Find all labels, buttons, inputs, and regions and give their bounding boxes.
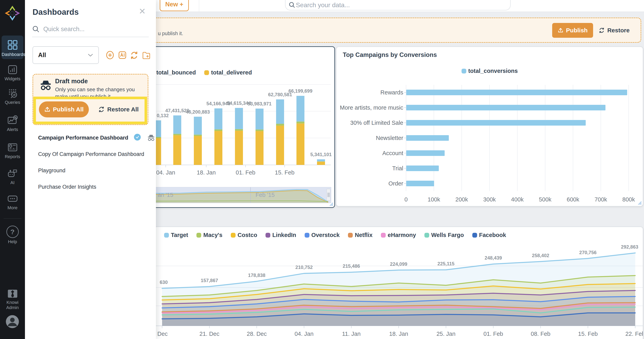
- legend-item-overstock[interactable]: Overstock: [305, 232, 340, 238]
- topbar-divider: [199, 0, 199, 12]
- alerts-icon: [7, 115, 18, 126]
- widget-resize-handle[interactable]: [329, 202, 333, 206]
- chart3-legend: TargetMacy'sCostcoLinkedInOverstockNetfl…: [164, 232, 514, 238]
- legend-label: eHarmony: [388, 232, 416, 238]
- sidebar-item-knowi-admin[interactable]: Knowi Admin: [2, 289, 23, 310]
- knowi-logo[interactable]: [5, 5, 20, 21]
- navigator-label-left: an '15: [158, 192, 173, 198]
- legend-item-wells-fargo[interactable]: Wells Fargo: [424, 232, 464, 238]
- add-dashboard-icon[interactable]: [105, 50, 115, 60]
- global-search-input[interactable]: [296, 1, 476, 9]
- sidebar-item-ai[interactable]: AI: [2, 168, 23, 185]
- sidebar-label: Admin: [2, 305, 23, 310]
- svg-text:0,132: 0,132: [157, 113, 169, 118]
- sidebar: Dashboards Widgets Queries: [0, 0, 25, 339]
- svg-text:04. Jan: 04. Jan: [294, 330, 314, 337]
- quick-search-input[interactable]: [43, 25, 140, 33]
- quick-search[interactable]: [32, 24, 149, 34]
- refresh-icon[interactable]: [130, 51, 139, 60]
- sidebar-item-alerts[interactable]: Alerts: [2, 115, 23, 132]
- widget-resize-handle[interactable]: [638, 201, 642, 205]
- publish-button[interactable]: Publish: [552, 23, 593, 38]
- svg-text:66,199,699: 66,199,699: [288, 88, 312, 94]
- dashboard-item-copy[interactable]: Copy Of Campaign Performance Dashboard: [38, 148, 150, 160]
- svg-text:200k: 200k: [455, 196, 468, 203]
- svg-text:Newsletter: Newsletter: [376, 135, 403, 141]
- legend-item-eharmony[interactable]: eHarmony: [381, 232, 416, 238]
- legend-item-costco[interactable]: Costco: [231, 232, 257, 238]
- svg-text:800k: 800k: [622, 196, 635, 203]
- global-search[interactable]: [285, 0, 511, 10]
- avatar[interactable]: [6, 315, 19, 328]
- sidebar-item-dashboards[interactable]: Dashboards: [2, 36, 23, 59]
- restore-all-button[interactable]: Restore All: [94, 102, 142, 118]
- draft-mode-title: Draft mode: [55, 78, 88, 85]
- legend-item-facebook[interactable]: Facebook: [472, 232, 506, 238]
- sidebar-item-queries[interactable]: Queries: [2, 88, 23, 105]
- sidebar-label: Reports: [2, 154, 23, 159]
- svg-text:22. Feb: 22. Feb: [626, 330, 643, 337]
- new-button[interactable]: New +: [160, 0, 189, 11]
- svg-text:21. Dec: 21. Dec: [200, 330, 220, 337]
- dashboard-filter-select[interactable]: All: [32, 46, 99, 64]
- svg-text:157,867: 157,867: [201, 278, 218, 283]
- legend-dot: [266, 233, 270, 238]
- sidebar-item-more[interactable]: More: [2, 193, 23, 210]
- svg-text:224,099: 224,099: [390, 261, 408, 267]
- dashboard-item-campaign-performance[interactable]: Campaign Performance Dashboard: [38, 132, 150, 143]
- legend-item-linkedin[interactable]: LinkedIn: [266, 232, 296, 238]
- widgets-icon: [7, 64, 18, 75]
- svg-text:More artists, more music: More artists, more music: [340, 104, 403, 111]
- search-underline: [32, 37, 149, 37]
- queries-icon: [7, 88, 18, 99]
- restore-icon: [98, 106, 105, 113]
- dashboard-item-playground[interactable]: Playground: [38, 165, 150, 176]
- svg-text:600k: 600k: [567, 196, 579, 203]
- horizontal-bar-chart: 0100k200k300k400k500k600k700k800kRewards…: [336, 47, 643, 206]
- ai-icon: [7, 168, 18, 179]
- legend-dot: [164, 233, 169, 238]
- upload-icon: [558, 27, 564, 33]
- svg-text:01. Feb: 01. Feb: [236, 169, 255, 176]
- svg-text:15. Feb: 15. Feb: [275, 169, 294, 176]
- admin-tie-icon: [8, 289, 18, 298]
- sidebar-item-reports[interactable]: Reports: [2, 142, 23, 159]
- legend-label: Macy's: [203, 232, 222, 238]
- search-icon: [32, 25, 40, 33]
- svg-text:210,752: 210,752: [296, 264, 313, 270]
- new-button-label: New +: [165, 1, 183, 8]
- legend-item-macy-s[interactable]: Macy's: [196, 232, 222, 238]
- chevron-down-icon: [88, 54, 93, 57]
- dashboard-item-purchase-order[interactable]: Purchase Order Insights: [38, 181, 150, 192]
- close-icon[interactable]: ✕: [139, 6, 146, 16]
- reports-icon: [7, 142, 18, 153]
- ai-rename-icon[interactable]: [118, 51, 127, 60]
- selected-check-icon: [134, 134, 141, 140]
- publish-all-button[interactable]: Publish All: [39, 102, 89, 118]
- panel-title: Dashboards: [32, 8, 79, 16]
- navigator-scroll-handle[interactable]: [326, 189, 330, 201]
- svg-text:0: 0: [404, 196, 408, 203]
- legend-item-netflix[interactable]: Netflix: [348, 232, 372, 238]
- svg-text:15. Feb: 15. Feb: [578, 330, 598, 337]
- sidebar-item-widgets[interactable]: Widgets: [2, 64, 23, 82]
- legend-item-target[interactable]: Target: [164, 232, 188, 238]
- search-icon: [289, 2, 296, 8]
- widget-weekly-trend: TargetMacy'sCostcoLinkedInOverstockNetfl…: [154, 226, 643, 339]
- svg-text:25. Jan: 25. Jan: [436, 330, 455, 337]
- dashboard-name: Campaign Performance Dashboard: [38, 135, 128, 141]
- add-folder-icon[interactable]: [142, 51, 151, 60]
- restore-button[interactable]: Restore: [596, 23, 632, 38]
- svg-text:270,756: 270,756: [579, 250, 597, 255]
- restore-label: Restore: [607, 27, 630, 34]
- legend-dot: [472, 233, 477, 238]
- svg-text:258,402: 258,402: [532, 253, 550, 258]
- sidebar-item-help[interactable]: ? Help: [2, 226, 23, 244]
- svg-text:30% off Limited Sale: 30% off Limited Sale: [350, 120, 403, 126]
- svg-text:Rewards: Rewards: [380, 89, 403, 96]
- legend-label: Wells Fargo: [431, 232, 464, 238]
- svg-text:5,341,101: 5,341,101: [310, 152, 332, 157]
- legend-label: LinkedIn: [272, 232, 296, 238]
- svg-text:500k: 500k: [539, 196, 551, 203]
- svg-text:630: 630: [160, 280, 168, 285]
